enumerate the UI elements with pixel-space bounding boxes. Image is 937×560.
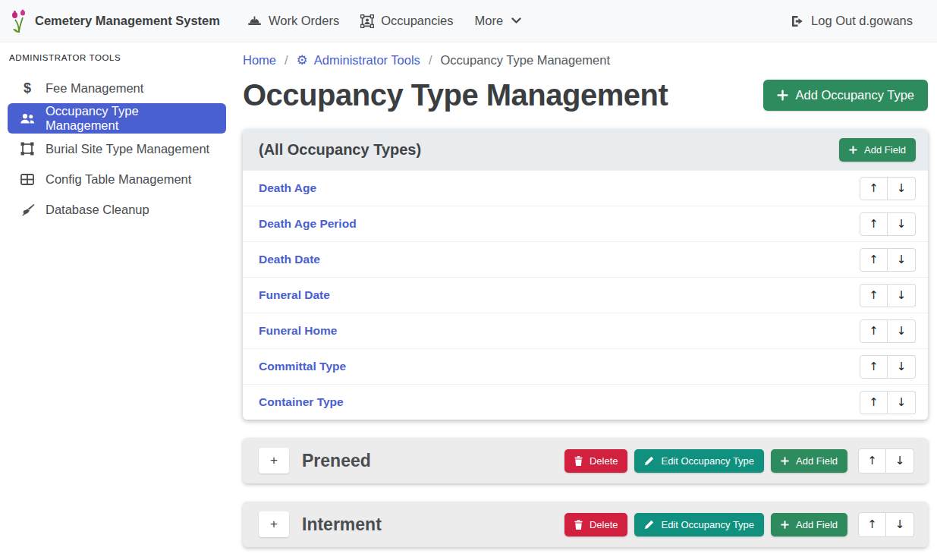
move-up-button[interactable]: ↑	[860, 248, 888, 272]
chevron-down-icon	[511, 17, 521, 24]
delete-button[interactable]: Delete	[564, 449, 628, 473]
move-up-button[interactable]: ↑	[860, 177, 888, 200]
title-row: Occupancy Type Management Add Occupancy …	[243, 78, 928, 112]
move-up-button[interactable]: ↑	[858, 512, 886, 537]
move-down-button[interactable]: ↓	[888, 212, 916, 236]
sidebar-item-fee-management[interactable]: $ Fee Management	[8, 73, 226, 103]
breadcrumb: Home / ⚙ Administrator Tools / Occupancy…	[243, 43, 928, 69]
nav-more[interactable]: More	[464, 8, 533, 34]
field-link[interactable]: Committal Type	[259, 360, 346, 373]
breadcrumb-home[interactable]: Home	[243, 53, 276, 68]
reorder-controls: ↑ ↓	[858, 448, 914, 473]
move-down-button[interactable]: ↓	[888, 391, 916, 414]
move-down-button[interactable]: ↓	[886, 448, 914, 473]
field-link[interactable]: Death Age Period	[259, 217, 357, 231]
edit-occupancy-type-button[interactable]: Edit Occupancy Type	[634, 513, 764, 536]
field-row: Funeral Home ↑ ↓	[243, 313, 928, 348]
breadcrumb-current: Occupancy Type Management	[440, 53, 610, 68]
breadcrumb-label: Administrator Tools	[314, 53, 420, 68]
section-actions: Delete Edit Occupancy Type Add Field	[564, 448, 914, 473]
dollar-icon: $	[19, 80, 36, 96]
field-row: Funeral Date ↑ ↓	[243, 277, 928, 313]
move-down-button[interactable]: ↓	[888, 177, 916, 200]
pencil-icon	[644, 456, 654, 466]
nav-label: Occupancies	[381, 14, 453, 28]
reorder-controls: ↑ ↓	[858, 512, 914, 537]
pencil-icon	[644, 520, 654, 530]
plus-icon	[849, 146, 857, 154]
nav-occupancies[interactable]: Occupancies	[350, 8, 464, 34]
all-occupancy-types-card: (All Occupancy Types) Add Field Death Ag…	[243, 129, 928, 420]
field-link[interactable]: Funeral Home	[259, 324, 337, 338]
sidebar-item-database-cleanup[interactable]: Database Cleanup	[8, 194, 226, 225]
delete-button[interactable]: Delete	[564, 513, 628, 536]
plus-icon	[781, 457, 789, 465]
sidebar-item-label: Burial Site Type Management	[46, 142, 209, 156]
card-header: (All Occupancy Types) Add Field	[243, 129, 928, 170]
move-up-button[interactable]: ↑	[858, 448, 886, 473]
sidebar-item-burial-site-type-management[interactable]: Burial Site Type Management	[8, 134, 226, 164]
nav-label: Work Orders	[269, 14, 339, 28]
trash-icon	[574, 520, 583, 530]
move-up-button[interactable]: ↑	[860, 355, 888, 379]
breadcrumb-separator: /	[285, 53, 288, 68]
sidebar-item-config-table-management[interactable]: Config Table Management	[8, 164, 226, 194]
field-row: Container Type ↑ ↓	[243, 384, 928, 420]
move-down-button[interactable]: ↓	[888, 284, 916, 307]
broom-icon	[19, 203, 36, 216]
field-link[interactable]: Funeral Date	[259, 288, 330, 302]
sidebar-item-label: Occupancy Type Management	[46, 104, 215, 133]
button-label: Add Field	[796, 519, 838, 530]
button-label: Delete	[590, 455, 618, 467]
nav-label: More	[475, 14, 504, 28]
reorder-controls: ↑ ↓	[860, 177, 916, 200]
move-up-button[interactable]: ↑	[860, 319, 888, 343]
sidebar-item-label: Database Cleanup	[46, 203, 149, 217]
add-occupancy-type-button[interactable]: Add Occupancy Type	[763, 80, 928, 111]
add-field-button[interactable]: Add Field	[771, 449, 847, 473]
move-down-button[interactable]: ↓	[888, 248, 916, 272]
add-field-button[interactable]: Add Field	[839, 138, 916, 162]
field-row: Committal Type ↑ ↓	[243, 348, 928, 384]
plus-icon	[777, 90, 788, 101]
button-label: Edit Occupancy Type	[661, 519, 754, 530]
field-link[interactable]: Container Type	[259, 395, 344, 409]
move-down-button[interactable]: ↓	[886, 512, 914, 537]
logout-label: Log Out d.gowans	[811, 14, 913, 28]
card-title: (All Occupancy Types)	[259, 141, 421, 159]
field-link[interactable]: Death Age	[259, 181, 316, 195]
logout-button[interactable]: Log Out d.gowans	[780, 8, 923, 34]
brand[interactable]: Cemetery Management System	[11, 9, 220, 33]
edit-occupancy-type-button[interactable]: Edit Occupancy Type	[634, 449, 764, 473]
section-actions: Delete Edit Occupancy Type Add Field	[564, 512, 914, 537]
sidebar-item-label: Config Table Management	[46, 172, 191, 187]
move-up-button[interactable]: ↑	[860, 284, 888, 307]
button-label: Add Field	[796, 455, 838, 467]
section-title: Interment	[302, 514, 382, 535]
reorder-controls: ↑ ↓	[860, 284, 916, 307]
button-label: Add Occupancy Type	[795, 88, 914, 102]
move-down-button[interactable]: ↓	[888, 319, 916, 343]
page-title: Occupancy Type Management	[243, 78, 668, 112]
breadcrumb-administrator-tools[interactable]: ⚙ Administrator Tools	[297, 53, 420, 68]
move-down-button[interactable]: ↓	[888, 355, 916, 379]
users-icon	[19, 112, 36, 124]
sidebar-item-occupancy-type-management[interactable]: Occupancy Type Management	[8, 103, 226, 134]
breadcrumb-separator: /	[429, 53, 432, 68]
expand-button[interactable]: +	[259, 448, 289, 473]
sidebar-heading: Administrator Tools	[0, 43, 235, 73]
top-navbar: Cemetery Management System Work Orders	[0, 0, 937, 42]
expand-button[interactable]: +	[259, 511, 289, 537]
button-label: Add Field	[864, 144, 906, 156]
reorder-controls: ↑ ↓	[860, 248, 916, 272]
field-link[interactable]: Death Date	[259, 253, 320, 266]
move-up-button[interactable]: ↑	[860, 391, 888, 414]
tulips-logo-icon	[11, 9, 27, 33]
section-title: Preneed	[302, 451, 371, 471]
reorder-controls: ↑ ↓	[860, 391, 916, 414]
add-field-button[interactable]: Add Field	[771, 513, 847, 536]
nav-work-orders[interactable]: Work Orders	[237, 8, 350, 34]
sidebar: Administrator Tools $ Fee Management Occ…	[0, 43, 235, 225]
move-up-button[interactable]: ↑	[860, 212, 888, 236]
field-row: Death Age Period ↑ ↓	[243, 206, 928, 241]
